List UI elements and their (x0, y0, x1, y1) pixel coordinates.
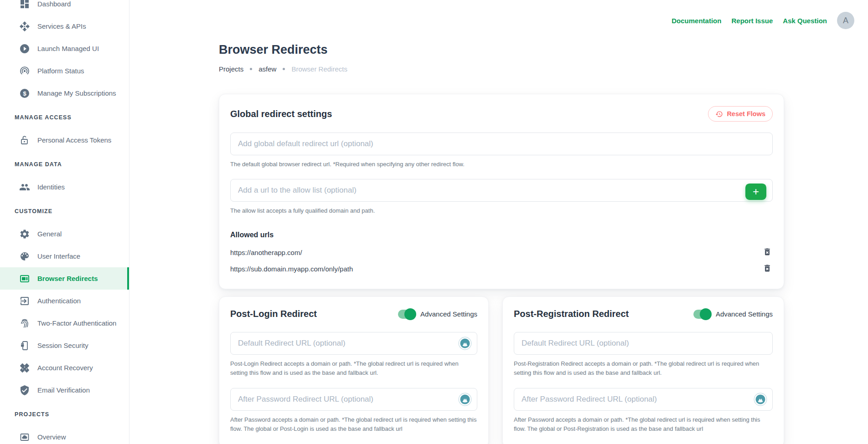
palette-icon (19, 251, 30, 262)
global-default-url-field (230, 133, 773, 155)
flow-cards-row: Post-Login Redirect Advanced Settings Po… (219, 296, 784, 444)
shield-check-icon (19, 385, 30, 396)
history-icon (715, 110, 723, 118)
global-card-header: Global redirect settings Reset Flows (230, 106, 773, 122)
sidebar-item-launch-managed-ui[interactable]: Launch Managed UI (0, 37, 129, 60)
toggle-knob (404, 308, 416, 320)
sidebar-item-label: Overview (37, 433, 66, 441)
sidebar-item-user-interface[interactable]: User Interface (0, 245, 129, 267)
sidebar-item-label: Platform Status (37, 67, 84, 75)
breadcrumb-separator (250, 68, 252, 70)
sidebar-item-overview[interactable]: Overview (0, 426, 129, 444)
password-manager-icon[interactable] (458, 337, 472, 350)
reset-flows-button[interactable]: Reset Flows (708, 106, 773, 122)
exit-to-app-icon (19, 296, 30, 306)
breadcrumb-item-current: Browser Redirects (291, 65, 347, 73)
svg-text:$: $ (23, 90, 26, 97)
post-login-default-url-help: Post-Login Redirect accepts a domain or … (230, 359, 477, 378)
add-allow-url-button[interactable]: + (745, 184, 766, 200)
sidebar-section-customize: CUSTOMIZE (0, 204, 129, 218)
allow-list-help: The allow list accepts a fully qualified… (230, 206, 773, 215)
advanced-settings-label: Advanced Settings (420, 310, 477, 318)
sidebar-item-label: Email Verification (37, 386, 90, 394)
allowed-url-text: https://sub.domain.myapp.com/only/path (230, 265, 353, 273)
main-area: Documentation Report Issue Ask Question … (129, 0, 868, 444)
sidebar-item-label: Session Security (37, 342, 88, 349)
sidebar-item-label: Launch Managed UI (37, 45, 99, 52)
allowed-url-row: https://sub.domain.myapp.com/only/path (230, 263, 773, 275)
delete-url-button[interactable] (762, 263, 773, 275)
sidebar-item-email-verification[interactable]: Email Verification (0, 379, 129, 401)
post-registration-after-password-input[interactable] (514, 388, 773, 411)
sidebar-item-general[interactable]: General (0, 223, 129, 245)
sidebar-item-authentication[interactable]: Authentication (0, 290, 129, 312)
sidebar-item-label: General (37, 230, 62, 238)
toggle-knob (700, 308, 712, 320)
cloud-box-icon (19, 432, 30, 443)
advanced-settings-label: Advanced Settings (716, 310, 773, 318)
post-registration-after-password-help: After Password accepts a domain or path.… (514, 415, 773, 434)
global-default-url-help: The default global browser redirect url.… (230, 160, 773, 169)
dashboard-icon (19, 0, 30, 10)
post-login-redirect-card: Post-Login Redirect Advanced Settings Po… (219, 296, 489, 444)
breadcrumb-separator (283, 68, 285, 70)
advanced-settings-toggle[interactable] (693, 310, 711, 319)
post-login-default-url-field (230, 332, 477, 355)
sidebar: Dashboard Services & APIs Launch Managed… (0, 0, 129, 444)
post-login-default-url-input[interactable] (230, 332, 477, 355)
breadcrumb: Projects asfew Browser Redirects (219, 65, 784, 73)
sidebar-item-identities[interactable]: Identities (0, 176, 129, 198)
sidebar-item-dashboard[interactable]: Dashboard (0, 0, 129, 15)
trash-icon (763, 247, 772, 256)
breadcrumb-item-projects[interactable]: Projects (219, 65, 243, 73)
post-registration-card-title: Post-Registration Redirect (514, 309, 629, 319)
avatar[interactable]: A (837, 12, 854, 29)
reset-flows-label: Reset Flows (727, 110, 765, 117)
post-registration-default-url-input[interactable] (514, 332, 773, 355)
documentation-link[interactable]: Documentation (672, 17, 721, 25)
sidebar-nav: Dashboard Services & APIs Launch Managed… (0, 0, 129, 444)
post-registration-card-header: Post-Registration Redirect Advanced Sett… (514, 309, 773, 319)
sidebar-item-label: Authentication (37, 297, 81, 305)
password-manager-icon[interactable] (754, 393, 767, 406)
post-registration-default-url-help: Post-Registration Redirect accepts a dom… (514, 359, 773, 378)
page-title: Browser Redirects (219, 43, 784, 57)
sidebar-item-manage-subscriptions[interactable]: $ Manage My Subscriptions (0, 82, 129, 104)
sidebar-item-label: User Interface (37, 252, 80, 260)
post-login-card-title: Post-Login Redirect (230, 309, 317, 319)
post-login-after-password-input[interactable] (230, 388, 477, 411)
advanced-settings-toggle[interactable] (398, 310, 415, 319)
post-login-after-password-field (230, 388, 477, 411)
post-login-card-header: Post-Login Redirect Advanced Settings (230, 309, 477, 319)
sidebar-item-two-factor-authentication[interactable]: Two-Factor Authentication (0, 312, 129, 334)
global-redirect-settings-card: Global redirect settings Reset Flows The… (219, 94, 784, 289)
sidebar-item-personal-access-tokens[interactable]: Personal Access Tokens (0, 129, 129, 151)
allow-list-url-field: + (230, 179, 773, 202)
platform-status-icon (19, 66, 30, 77)
sidebar-item-label: Two-Factor Authentication (37, 319, 116, 327)
sidebar-item-services-apis[interactable]: Services & APIs (0, 15, 129, 37)
post-registration-advanced-settings: Advanced Settings (693, 310, 773, 319)
services-icon (19, 21, 30, 32)
allow-list-url-input[interactable] (230, 179, 773, 202)
people-icon (19, 182, 30, 193)
report-issue-link[interactable]: Report Issue (731, 17, 773, 25)
sidebar-item-account-recovery[interactable]: Account Recovery (0, 357, 129, 379)
delete-url-button[interactable] (762, 246, 773, 259)
password-manager-icon[interactable] (458, 393, 472, 406)
browser-window-icon (19, 273, 30, 284)
breadcrumb-item-project[interactable]: asfew (258, 65, 276, 73)
sidebar-item-browser-redirects[interactable]: Browser Redirects (0, 267, 129, 290)
post-login-after-password-help: After Password accepts a domain or path.… (230, 415, 477, 434)
page-content: Browser Redirects Projects asfew Browser… (219, 43, 784, 444)
gear-icon (19, 229, 30, 240)
sidebar-item-session-security[interactable]: Session Security (0, 334, 129, 357)
sidebar-item-platform-status[interactable]: Platform Status (0, 60, 129, 82)
post-registration-default-url-field (514, 332, 773, 355)
global-default-url-input[interactable] (230, 133, 773, 155)
phone-lock-icon (19, 340, 30, 351)
ask-question-link[interactable]: Ask Question (783, 17, 827, 25)
dollar-circle-icon: $ (19, 88, 30, 99)
sidebar-section-manage-data: MANAGE DATA (0, 158, 129, 171)
post-registration-after-password-field (514, 388, 773, 411)
